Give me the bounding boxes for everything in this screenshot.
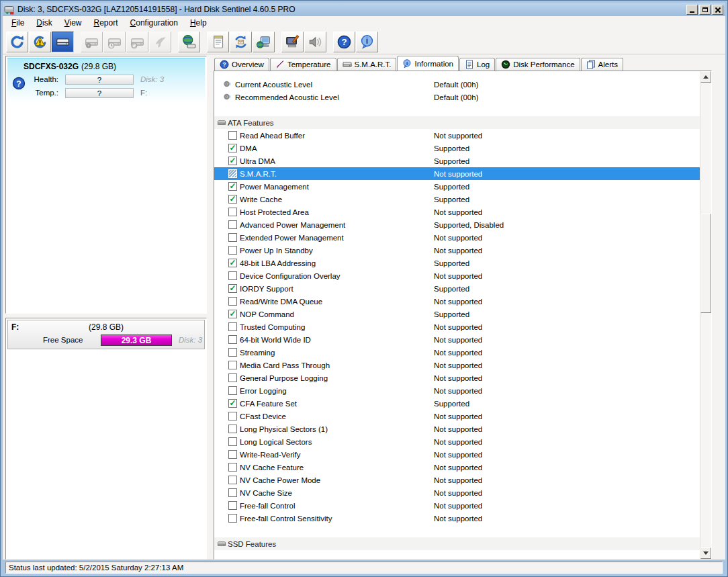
- feature-row[interactable]: CFA Feature SetSupported: [214, 397, 700, 410]
- app-window: Disk: 3, SDCFXS-032G [LAZ120514191558] -…: [0, 0, 728, 577]
- menu-disk[interactable]: Disk: [30, 17, 58, 29]
- sidebar: SDCFXS-032G(29.8 GB) ? Health: ? Disk: 3…: [5, 56, 207, 560]
- checkbox: [228, 271, 237, 280]
- tab-label: Alerts: [598, 60, 618, 69]
- checkbox: [228, 195, 237, 204]
- feature-label: Device Configuration Overlay: [240, 272, 340, 280]
- disk-clock-button: [103, 32, 126, 52]
- window-title: Disk: 3, SDCFXS-032G [LAZ120514191558] -…: [17, 5, 295, 14]
- feature-label: NV Cache Size: [240, 489, 292, 497]
- feature-row[interactable]: Media Card Pass ThroughNot supported: [214, 359, 700, 371]
- menu-configuration[interactable]: Configuration: [124, 17, 184, 29]
- menu-help[interactable]: Help: [184, 17, 213, 29]
- speaker-button[interactable]: [304, 32, 326, 52]
- feature-row[interactable]: Free-fall ControlNot supported: [214, 499, 700, 512]
- feature-row[interactable]: Write-Read-VerifyNot supported: [214, 448, 700, 461]
- computer-tools-button[interactable]: [281, 32, 304, 52]
- scroll-up-button[interactable]: [700, 71, 711, 83]
- feature-row[interactable]: NV Cache SizeNot supported: [214, 486, 700, 499]
- tab-log[interactable]: Log: [459, 58, 495, 71]
- menu-file[interactable]: File: [5, 17, 30, 29]
- sync-mail-button[interactable]: [230, 32, 252, 52]
- feature-row[interactable]: Long Physical Sectors (1)Not supported: [214, 423, 700, 435]
- feature-row[interactable]: Error LoggingNot supported: [214, 384, 700, 397]
- minimize-button[interactable]: [686, 5, 698, 15]
- minimize-icon: [690, 11, 694, 13]
- overview-icon: ?: [220, 60, 229, 69]
- feature-row[interactable]: Read Ahead BufferNot supported: [214, 129, 700, 142]
- partition-disk-label: Disk: 3: [179, 336, 202, 344]
- feature-row[interactable]: Ultra DMASupported: [214, 154, 700, 167]
- menu-view[interactable]: View: [58, 17, 88, 29]
- close-button[interactable]: [712, 5, 723, 15]
- tab-information[interactable]: iInformation: [397, 56, 459, 71]
- feature-row[interactable]: Advanced Power ManagementSupported, Disa…: [214, 218, 700, 231]
- info-button[interactable]: i: [356, 32, 378, 52]
- feature-row[interactable]: NOP CommandSupported: [214, 308, 700, 320]
- temp-value: ?: [97, 89, 101, 97]
- feature-row[interactable]: IORDY SupportSupported: [214, 282, 700, 295]
- svg-text:?: ?: [341, 37, 347, 47]
- report-button[interactable]: [207, 32, 229, 52]
- checkbox: [228, 310, 237, 318]
- feature-value: Supported: [434, 259, 469, 267]
- scroll-down-button[interactable]: [700, 547, 711, 559]
- feature-row[interactable]: 64-bit World Wide IDNot supported: [214, 333, 700, 346]
- tab-disk-performance[interactable]: Disk Performance: [496, 58, 580, 71]
- feature-label: S.M.A.R.T.: [240, 170, 277, 178]
- feature-row[interactable]: Power Up In StandbyNot supported: [214, 244, 700, 257]
- feature-value: Supported: [434, 157, 469, 165]
- maximize-button[interactable]: [699, 5, 711, 15]
- info-row[interactable]: Recommended Acoustic LevelDefault (00h): [214, 91, 700, 103]
- feature-row[interactable]: 48-bit LBA AddressingSupported: [214, 257, 700, 269]
- temp-label: Temp.:: [35, 89, 58, 97]
- globe-disk-button[interactable]: [178, 32, 200, 52]
- information-panel: Current Acoustic LevelDefault (00h)Recom…: [214, 71, 712, 560]
- feature-row[interactable]: Read/Write DMA QueueNot supported: [214, 295, 700, 308]
- partition-card[interactable]: F: (29.8 GB) Free Space 29.3 GB Disk: 3: [7, 320, 205, 349]
- disk-detect-button[interactable]: [52, 32, 74, 52]
- tab-alerts[interactable]: Alerts: [581, 58, 623, 71]
- feature-label: General Purpose Logging: [240, 374, 328, 382]
- feature-row[interactable]: Long Logical SectorsNot supported: [214, 435, 700, 448]
- feature-value: Not supported: [434, 336, 482, 344]
- tab-temperature[interactable]: Temperature: [270, 58, 336, 71]
- network-computer-icon: [257, 35, 271, 49]
- network-computer-button[interactable]: [253, 32, 275, 52]
- refresh-warning-button[interactable]: [29, 32, 51, 52]
- info-row[interactable]: Current Acoustic LevelDefault (00h): [214, 78, 700, 91]
- feature-label: Write Cache: [240, 195, 282, 204]
- checkbox: [228, 297, 237, 306]
- feature-row[interactable]: NV Cache Power ModeNot supported: [214, 474, 700, 486]
- feature-row[interactable]: General Purpose LoggingNot supported: [214, 371, 700, 384]
- feature-row[interactable]: CFast DeviceNot supported: [214, 410, 700, 423]
- content-area: ?OverviewTemperatureS.M.A.R.T.iInformati…: [214, 56, 712, 560]
- refresh-button[interactable]: [6, 32, 28, 52]
- feature-label: CFA Feature Set: [240, 400, 297, 408]
- checkbox: [228, 348, 237, 357]
- feature-row[interactable]: DMASupported: [214, 142, 700, 154]
- feature-row[interactable]: Write CacheSupported: [214, 193, 700, 206]
- feature-row[interactable]: Power ManagementSupported: [214, 180, 700, 193]
- pointer-icon: [153, 35, 167, 49]
- feature-row[interactable]: Free-fall Control SensitivityNot support…: [214, 512, 700, 525]
- feature-row[interactable]: Trusted ComputingNot supported: [214, 320, 700, 333]
- feature-row[interactable]: Extended Power ManagementNot supported: [214, 231, 700, 244]
- disk-card[interactable]: SDCFXS-032G(29.8 GB) ? Health: ? Disk: 3…: [7, 58, 205, 102]
- feature-row[interactable]: NV Cache FeatureNot supported: [214, 461, 700, 474]
- toolbar: ?i: [3, 30, 725, 54]
- feature-row[interactable]: StreamingNot supported: [214, 346, 700, 359]
- feature-label: Power Management: [240, 183, 309, 191]
- checkbox: [228, 131, 237, 140]
- feature-row[interactable]: Device Configuration OverlayNot supporte…: [214, 269, 700, 282]
- tab-overview[interactable]: ?Overview: [214, 58, 269, 71]
- feature-row[interactable]: S.M.A.R.T.Not supported: [214, 167, 700, 180]
- scrollbar-thumb[interactable]: [700, 214, 711, 313]
- vertical-scrollbar[interactable]: [700, 71, 711, 559]
- menu-report[interactable]: Report: [88, 17, 124, 29]
- feature-label: Error Logging: [240, 387, 287, 395]
- help-button[interactable]: ?: [333, 32, 355, 52]
- feature-row[interactable]: Host Protected AreaNot supported: [214, 206, 700, 218]
- tab-s-m-a-r-t[interactable]: S.M.A.R.T.: [337, 58, 397, 71]
- checkbox: [228, 322, 237, 331]
